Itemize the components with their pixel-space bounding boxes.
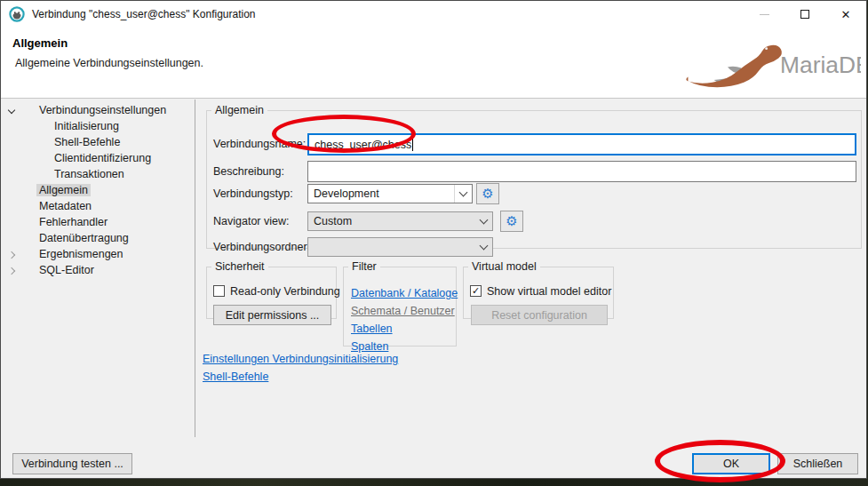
mariadb-logo: MariaDB xyxy=(683,33,861,93)
settings-tree: Verbindungseinstellungen Initialisierung… xyxy=(1,100,195,437)
connection-folder-select[interactable] xyxy=(307,237,493,257)
maximize-icon xyxy=(800,10,809,19)
tree-item-datenuebertragung[interactable]: Datenübertragung xyxy=(1,230,195,246)
tree-item-metadaten[interactable]: Metadaten xyxy=(1,198,195,214)
group-sicherheit: Sicherheit Read-only Verbindung Edit per… xyxy=(206,260,337,319)
window-title: Verbindung "chess_user@chess" Konfigurat… xyxy=(32,8,256,20)
tree-item-sql-editor[interactable]: SQL-Editor xyxy=(1,262,195,278)
chevron-down-icon[interactable] xyxy=(475,219,492,223)
description-input[interactable] xyxy=(307,161,856,182)
check-icon: ✓ xyxy=(472,285,480,297)
dialog-header: Allgemein Allgemeine Verbindungseinstell… xyxy=(1,28,866,99)
group-virtual-model-title: Virtual model xyxy=(468,260,540,273)
link-verbindungsinitialisierung[interactable]: Einstellungen Verbindungsinitialisierung xyxy=(203,353,398,365)
group-allgemein-title: Allgemein xyxy=(211,104,267,116)
titlebar: Verbindung "chess_user@chess" Konfigurat… xyxy=(1,1,866,28)
read-only-checkbox-label: Read-only Verbindung xyxy=(230,285,340,298)
ok-button[interactable]: OK xyxy=(692,453,770,474)
tree-item-allgemein[interactable]: Allgemein xyxy=(1,182,195,198)
tree-item-ergebnismengen[interactable]: Ergebnismengen xyxy=(1,246,195,262)
reset-configuration-button: Reset configuration xyxy=(471,305,608,325)
seal-eye xyxy=(765,47,768,50)
filter-link-schemata-benutzer: Schemata / Benutzer xyxy=(351,305,455,317)
brand-text: MariaDB xyxy=(780,52,861,78)
connection-name-input[interactable]: chess_user@chess xyxy=(307,133,856,155)
tree-item-verbindungseinstellungen[interactable]: Verbindungseinstellungen xyxy=(1,102,195,118)
filter-link-datenbank-kataloge[interactable]: Datenbank / Kataloge xyxy=(351,287,458,299)
read-only-checkbox[interactable] xyxy=(213,285,225,297)
description-label: Beschreibung: xyxy=(213,165,284,178)
connection-type-select[interactable]: Development xyxy=(307,184,473,203)
tree-item-clientidentifizierung[interactable]: Clientidentifizierung xyxy=(1,150,195,166)
close-button[interactable]: ✕ xyxy=(825,1,866,28)
chevron-right-icon[interactable] xyxy=(8,251,15,259)
chevron-down-icon[interactable] xyxy=(8,107,15,114)
navigator-view-settings-button[interactable]: ⚙ xyxy=(500,211,523,232)
connection-type-settings-button[interactable]: ⚙ xyxy=(476,183,499,204)
gear-icon: ⚙ xyxy=(506,213,517,229)
close-icon: ✕ xyxy=(841,9,851,20)
dbeaver-app-icon xyxy=(9,6,25,22)
tree-item-transaktionen[interactable]: Transaktionen xyxy=(1,166,195,182)
connection-type-label: Verbindungstyp: xyxy=(213,187,293,200)
minimize-button xyxy=(744,1,784,28)
close-dialog-button[interactable]: Schließen xyxy=(777,453,858,474)
chevron-right-icon[interactable] xyxy=(8,267,15,275)
tree-item-initialisierung[interactable]: Initialisierung xyxy=(1,118,195,134)
maximize-button[interactable] xyxy=(784,1,825,28)
text-caret xyxy=(412,139,413,151)
filter-link-spalten[interactable]: Spalten xyxy=(351,340,388,353)
group-virtual-model: Virtual model ✓ Show virtual model edito… xyxy=(463,260,614,319)
screen: Verbindung "chess_user@chess" Konfigurat… xyxy=(0,0,868,486)
page-title: Allgemein xyxy=(12,36,68,50)
group-filter-title: Filter xyxy=(348,260,380,273)
chevron-down-icon[interactable] xyxy=(475,245,492,249)
connection-folder-label: Verbindungsordner: xyxy=(213,241,310,253)
gear-icon: ⚙ xyxy=(482,186,493,202)
edit-permissions-button[interactable]: Edit permissions ... xyxy=(213,305,331,325)
tree-item-fehlerhandler[interactable]: Fehlerhandler xyxy=(1,214,195,230)
chevron-down-icon[interactable] xyxy=(455,192,472,195)
group-sicherheit-title: Sicherheit xyxy=(211,260,268,273)
seal-body xyxy=(686,45,782,87)
minimize-icon xyxy=(760,14,769,15)
show-virtual-model-editor-checkbox[interactable]: ✓ xyxy=(470,285,482,297)
show-virtual-model-editor-label: Show virtual model editor xyxy=(487,285,611,298)
tree-item-shell-befehle[interactable]: Shell-Befehle xyxy=(1,134,195,150)
connection-config-dialog: Verbindung "chess_user@chess" Konfigurat… xyxy=(0,0,867,479)
test-connection-button[interactable]: Verbindung testen ... xyxy=(12,453,132,474)
link-shell-befehle[interactable]: Shell-Befehle xyxy=(203,370,268,383)
navigator-view-select[interactable]: Custom xyxy=(307,211,493,231)
navigator-view-label: Navigator view: xyxy=(213,215,289,227)
page-subtitle: Allgemeine Verbindungseinstellungen. xyxy=(15,57,203,69)
filter-link-tabellen[interactable]: Tabellen xyxy=(351,323,393,335)
group-allgemein: Allgemein Verbindungsname: chess_user@ch… xyxy=(206,104,862,249)
group-filter: Filter Datenbank / Kataloge Schemata / B… xyxy=(343,260,457,347)
connection-name-label: Verbindungsname: xyxy=(213,138,306,150)
